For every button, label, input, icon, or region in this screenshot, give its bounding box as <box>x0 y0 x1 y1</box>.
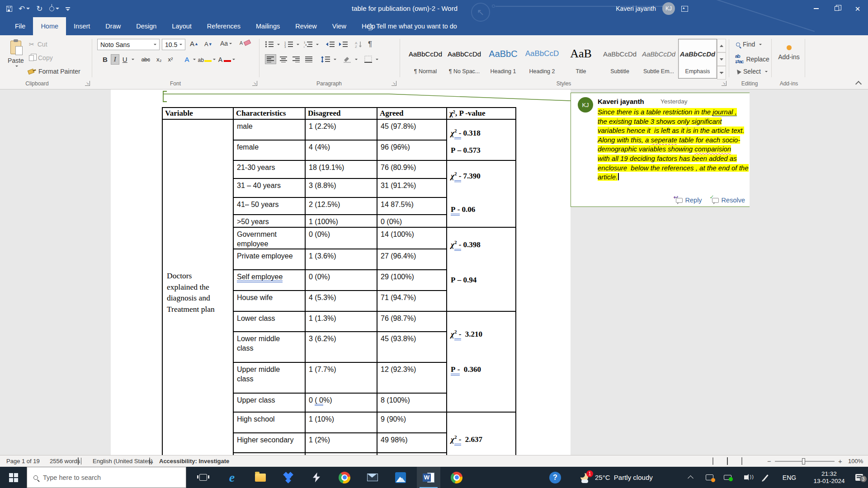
table-agreed-cell[interactable]: 76 (80.9%) <box>377 160 447 178</box>
table-disagreed-cell[interactable]: 1 (2.2%) <box>305 119 377 140</box>
style-chip-subtitle[interactable]: AaBbCcDdSubtitle <box>600 39 639 79</box>
clear-formatting-button[interactable] <box>244 41 250 45</box>
table-variable-cell[interactable]: Doctorsexplained thediagnosis andTreatme… <box>162 119 233 455</box>
table-disagreed-cell[interactable]: 3 (6.2%) <box>305 332 377 362</box>
font-dialog-launcher[interactable] <box>252 81 257 86</box>
table-characteristic-cell[interactable]: 31 – 40 years <box>233 178 305 197</box>
bold-button[interactable]: B <box>99 54 111 65</box>
align-left-button-active[interactable] <box>265 54 276 64</box>
bullets-button[interactable] <box>265 41 274 48</box>
sort-button[interactable]: AZ <box>355 41 363 48</box>
select-button[interactable]: Select <box>736 68 768 75</box>
table-characteristic-cell[interactable]: >50 years <box>233 215 305 227</box>
multilevel-list-button[interactable]: 1ai <box>304 41 313 48</box>
font-color-button[interactable]: A <box>216 55 236 64</box>
print-layout-button[interactable] <box>727 455 728 467</box>
file-explorer-taskbar-icon[interactable] <box>250 467 271 488</box>
table-agreed-cell[interactable]: 45 (97.8%) <box>377 119 447 140</box>
table-agreed-cell[interactable]: 27 (96.4%) <box>377 249 447 270</box>
table-stat-cell[interactable]: χ2 - 0.318P – 0.573 <box>447 119 516 160</box>
style-chip-emphasis[interactable]: AaBbCcDdEmphasis <box>678 39 717 79</box>
styles-scroll-down-button[interactable] <box>717 52 726 66</box>
text-effects-button[interactable]: A <box>181 54 196 65</box>
page-indicator[interactable]: Page 1 of 19 <box>6 455 40 467</box>
avatar[interactable]: KJ <box>662 2 675 15</box>
table-characteristic-cell[interactable]: Lower middleclass <box>233 332 305 362</box>
table-characteristic-cell[interactable]: Self employee <box>233 270 305 291</box>
table-characteristic-cell[interactable]: male <box>233 119 305 140</box>
resolve-button[interactable]: ✓ Resolve <box>712 197 745 204</box>
style-chip-heading-2[interactable]: AaBbCcDHeading 2 <box>523 39 561 79</box>
tab-references[interactable]: References <box>199 17 248 35</box>
styles-scroll-up-button[interactable] <box>717 39 726 52</box>
table-agreed-cell[interactable]: 31 (91.2%) <box>377 178 447 197</box>
subscript-button[interactable]: x₂ <box>153 55 165 64</box>
table-characteristic-cell[interactable]: Upper class <box>233 393 305 412</box>
action-center-button[interactable]: 3 <box>850 467 868 488</box>
chrome-taskbar-icon[interactable] <box>334 467 355 488</box>
doc-table[interactable]: VariableCharacteristicsDisagreedAgreedχ²… <box>162 107 516 455</box>
table-stat-cell[interactable]: χ2 - 7.390P - 0.06 <box>447 160 516 227</box>
change-case-button[interactable]: Aa <box>220 40 232 47</box>
styles-dialog-launcher[interactable] <box>722 81 726 86</box>
numbering-button[interactable]: 123 <box>284 41 293 48</box>
mail-taskbar-icon[interactable] <box>362 467 383 488</box>
table-disagreed-cell[interactable]: 0 (0%) <box>305 270 377 291</box>
weather-widget[interactable]: 1 25°C Partly cloudy <box>580 467 670 488</box>
font-name-combo[interactable]: Noto Sans <box>97 39 160 50</box>
table-disagreed-cell[interactable]: 18 (19.1%) <box>305 160 377 178</box>
zoom-slider-thumb[interactable] <box>802 458 805 465</box>
style-chip--normal[interactable]: AaBbCcDd¶ Normal <box>406 39 445 79</box>
style-chip-subtle-em-[interactable]: AaBbCcDdSubtle Em... <box>639 39 678 79</box>
table-agreed-cell[interactable]: 45 (93.8%) <box>377 332 447 362</box>
tray-expand-button[interactable] <box>683 467 698 488</box>
get-help-taskbar-icon[interactable]: ? <box>544 467 566 488</box>
table-stat-cell[interactable]: χ2 - 0.398P – 0.94 <box>447 227 516 311</box>
table-disagreed-cell[interactable]: 1 (2%) <box>305 433 377 453</box>
save-button[interactable] <box>6 6 12 12</box>
device-tray-icon[interactable] <box>720 467 735 488</box>
table-disagreed-cell[interactable]: 2 (12.5%) <box>305 197 377 215</box>
strikethrough-button[interactable]: abc <box>138 55 153 64</box>
table-characteristic-cell[interactable]: 41– 50 years <box>233 197 305 215</box>
add-ins-button[interactable]: Add-ins <box>774 45 804 61</box>
tell-me-box[interactable]: Tell me what you want to do <box>367 17 457 35</box>
table-agreed-cell[interactable]: 12 (92.3%) <box>377 362 447 393</box>
paste-button[interactable]: Paste <box>5 39 26 79</box>
format-painter-button[interactable]: Format Painter <box>28 68 80 75</box>
table-agreed-cell[interactable]: 8 (100%) <box>377 393 447 412</box>
table-disagreed-cell[interactable]: 1 (3.6%) <box>305 249 377 270</box>
show-paragraph-marks-button[interactable]: ¶ <box>368 40 372 49</box>
web-layout-button[interactable] <box>741 455 742 467</box>
superscript-button[interactable]: x² <box>165 55 176 64</box>
cut-button[interactable]: ✂Cut <box>29 41 47 48</box>
style-chip--no-spac-[interactable]: AaBbCcDd¶ No Spac... <box>445 39 484 79</box>
start-button[interactable] <box>0 467 27 488</box>
redo-button[interactable]: ↻ <box>36 5 42 13</box>
task-view-button[interactable] <box>192 467 214 488</box>
table-disagreed-cell[interactable]: 1 (10%) <box>305 412 377 433</box>
proofing-icon[interactable] <box>78 455 79 467</box>
table-agreed-cell[interactable]: 96 (96%) <box>377 140 447 160</box>
restore-button[interactable] <box>826 0 847 17</box>
tab-design[interactable]: Design <box>128 17 164 35</box>
table-agreed-cell[interactable]: 71 (94.7%) <box>377 291 447 311</box>
shading-button[interactable] <box>343 56 351 63</box>
table-agreed-cell[interactable]: 49 98%) <box>377 433 447 453</box>
language-switcher[interactable]: ENG <box>777 467 802 488</box>
table-stat-cell[interactable]: χ2 - 2.637 <box>447 412 516 455</box>
chrome-secondary-taskbar-icon[interactable] <box>446 467 467 488</box>
justify-button[interactable] <box>304 55 314 64</box>
table-agreed-cell[interactable]: 14 87.5%) <box>377 197 447 215</box>
table-characteristic-cell[interactable]: Private employee <box>233 249 305 270</box>
tab-file[interactable]: File <box>7 17 33 35</box>
screencast-tray-icon[interactable] <box>702 467 717 488</box>
table-disagreed-cell[interactable]: 1 (7.7%) <box>305 362 377 393</box>
clipboard-dialog-launcher[interactable] <box>85 81 90 86</box>
copy-button[interactable]: Copy <box>29 54 53 61</box>
table-disagreed-cell[interactable]: 4 (5.3%) <box>305 291 377 311</box>
tab-review[interactable]: Review <box>288 17 325 35</box>
ribbon-display-options-button[interactable] <box>681 6 688 12</box>
minimize-button[interactable] <box>806 0 826 17</box>
edge-taskbar-icon[interactable]: e <box>221 467 243 488</box>
